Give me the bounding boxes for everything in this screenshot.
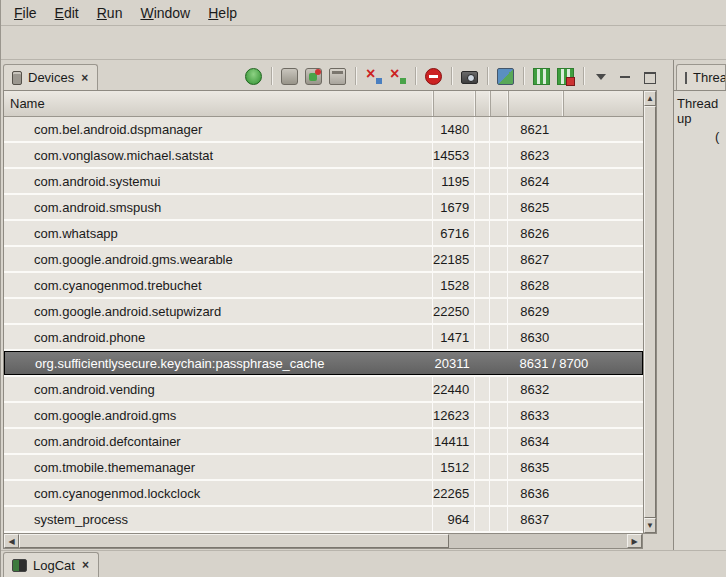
table-row[interactable]: com.android.smspush16798625 bbox=[4, 195, 643, 219]
port-cell: 8625 bbox=[508, 195, 643, 219]
table-row[interactable]: com.google.android.gms126238633 bbox=[4, 403, 643, 427]
table-row[interactable]: com.android.vending224408632 bbox=[4, 377, 643, 401]
toolbar-separator bbox=[451, 67, 452, 85]
empty-cell bbox=[490, 377, 508, 401]
empty-cell bbox=[475, 247, 490, 271]
port-cell: 8621 bbox=[508, 117, 643, 141]
scroll-down-icon[interactable]: ▼ bbox=[644, 518, 656, 533]
dump-hprof-icon[interactable] bbox=[305, 68, 322, 85]
menubar: File Edit Run Window Help bbox=[1, 0, 726, 26]
update-threads-icon[interactable] bbox=[365, 68, 382, 85]
port-cell: 8627 bbox=[508, 247, 643, 271]
process-name-cell: com.bel.android.dspmanager bbox=[4, 117, 433, 141]
hierarchy-view-icon[interactable] bbox=[497, 68, 514, 85]
empty-cell bbox=[490, 455, 508, 479]
pid-cell: 22185 bbox=[433, 247, 475, 271]
menu-help[interactable]: Help bbox=[199, 2, 246, 24]
table-row[interactable]: com.cyanogenmod.lockclock222658636 bbox=[4, 481, 643, 505]
maximize-icon[interactable] bbox=[641, 68, 658, 85]
menu-edit[interactable]: Edit bbox=[46, 2, 88, 24]
empty-cell bbox=[475, 299, 490, 323]
table-row[interactable]: com.vonglasow.michael.satstat145538623 bbox=[4, 143, 643, 167]
menu-run[interactable]: Run bbox=[88, 2, 132, 24]
empty-cell bbox=[490, 117, 508, 141]
column-header-port[interactable] bbox=[509, 91, 564, 116]
bottom-tabbar: LogCat × bbox=[1, 550, 726, 577]
table-row[interactable]: com.android.systemui11958624 bbox=[4, 169, 643, 193]
pid-cell: 964 bbox=[433, 507, 475, 531]
menu-window[interactable]: Window bbox=[131, 2, 199, 24]
horizontal-scrollbar-thumb[interactable] bbox=[19, 534, 449, 548]
process-name-cell: com.tmobile.thememanager bbox=[4, 455, 433, 479]
empty-cell bbox=[475, 325, 490, 349]
empty-cell bbox=[475, 507, 490, 531]
scroll-left-icon[interactable]: ◀ bbox=[4, 534, 19, 548]
close-icon[interactable]: × bbox=[81, 558, 90, 572]
process-name-cell: com.android.vending bbox=[4, 377, 433, 401]
empty-cell bbox=[490, 169, 508, 193]
process-name-cell: com.google.android.gms bbox=[4, 403, 433, 427]
pid-cell: 1512 bbox=[433, 455, 475, 479]
pid-cell: 20311 bbox=[433, 352, 475, 374]
debug-icon[interactable] bbox=[245, 68, 262, 85]
table-row[interactable]: system_process9648637 bbox=[4, 507, 643, 531]
column-header-pid[interactable] bbox=[434, 91, 476, 116]
table-row-selected[interactable]: org.sufficientlysecure.keychain:passphra… bbox=[4, 351, 643, 375]
toolbar-separator bbox=[415, 67, 416, 85]
pid-cell: 1480 bbox=[433, 117, 475, 141]
column-header-name[interactable]: Name bbox=[4, 91, 434, 116]
minimize-icon[interactable] bbox=[617, 68, 634, 85]
tab-devices[interactable]: Devices × bbox=[3, 64, 98, 90]
table-row[interactable]: com.whatsapp67168626 bbox=[4, 221, 643, 245]
empty-cell bbox=[475, 403, 490, 427]
process-name-cell: com.vonglasow.michael.satstat bbox=[4, 143, 433, 167]
cause-gc-icon[interactable] bbox=[329, 68, 346, 85]
scroll-up-icon[interactable]: ▲ bbox=[644, 91, 656, 106]
empty-cell bbox=[490, 299, 508, 323]
process-name-cell: com.google.android.setupwizard bbox=[4, 299, 433, 323]
port-cell: 8630 bbox=[508, 325, 643, 349]
column-header-c4[interactable] bbox=[491, 91, 509, 116]
vertical-scrollbar-thumb[interactable] bbox=[644, 106, 656, 518]
port-cell: 8631 / 8700 bbox=[508, 352, 642, 374]
threads-message-line1: Thread up bbox=[677, 96, 723, 126]
empty-cell bbox=[475, 143, 490, 167]
main-area: Devices × Name com.bel.android.dspmanag bbox=[1, 60, 726, 550]
screen-capture-icon[interactable] bbox=[461, 71, 478, 84]
close-icon[interactable]: × bbox=[80, 71, 89, 85]
table-row[interactable]: com.bel.android.dspmanager14808621 bbox=[4, 117, 643, 141]
view-menu-icon[interactable] bbox=[593, 68, 610, 85]
process-name-cell: com.whatsapp bbox=[4, 221, 433, 245]
horizontal-scrollbar[interactable]: ◀ ▶ bbox=[3, 534, 643, 549]
tab-threads[interactable]: Threads bbox=[676, 64, 726, 90]
threads-icon bbox=[685, 72, 687, 84]
table-row[interactable]: com.android.phone14718630 bbox=[4, 325, 643, 349]
table-header[interactable]: Name bbox=[4, 91, 643, 117]
empty-cell bbox=[475, 221, 490, 245]
column-header-c3[interactable] bbox=[476, 91, 491, 116]
empty-cell bbox=[490, 247, 508, 271]
table-row[interactable]: com.android.defcontainer144118634 bbox=[4, 429, 643, 453]
empty-cell bbox=[490, 273, 508, 297]
logcat-icon bbox=[12, 559, 27, 572]
update-heap-icon[interactable] bbox=[281, 68, 298, 85]
empty-cell bbox=[475, 429, 490, 453]
start-profiling-icon[interactable] bbox=[533, 68, 550, 85]
stop-profiling-icon[interactable] bbox=[557, 68, 574, 85]
toolbar-separator bbox=[487, 67, 488, 85]
process-name-cell: com.cyanogenmod.lockclock bbox=[4, 481, 433, 505]
vertical-scrollbar[interactable]: ▲ ▼ bbox=[643, 90, 657, 534]
tab-logcat[interactable]: LogCat × bbox=[3, 552, 99, 577]
scroll-right-icon[interactable]: ▶ bbox=[627, 534, 642, 548]
table-row[interactable]: com.google.android.setupwizard222508629 bbox=[4, 299, 643, 323]
stop-process-icon[interactable] bbox=[425, 68, 442, 85]
table-row[interactable]: com.tmobile.thememanager15128635 bbox=[4, 455, 643, 479]
horizontal-scrollbar-track[interactable] bbox=[449, 534, 627, 548]
empty-cell bbox=[490, 429, 508, 453]
menu-file[interactable]: File bbox=[5, 2, 46, 24]
method-profiling-icon[interactable] bbox=[389, 68, 406, 85]
table-row[interactable]: com.cyanogenmod.trebuchet15288628 bbox=[4, 273, 643, 297]
empty-cell bbox=[475, 117, 490, 141]
table-row[interactable]: com.google.android.gms.wearable221858627 bbox=[4, 247, 643, 271]
threads-tabbar: Threads bbox=[674, 60, 726, 90]
